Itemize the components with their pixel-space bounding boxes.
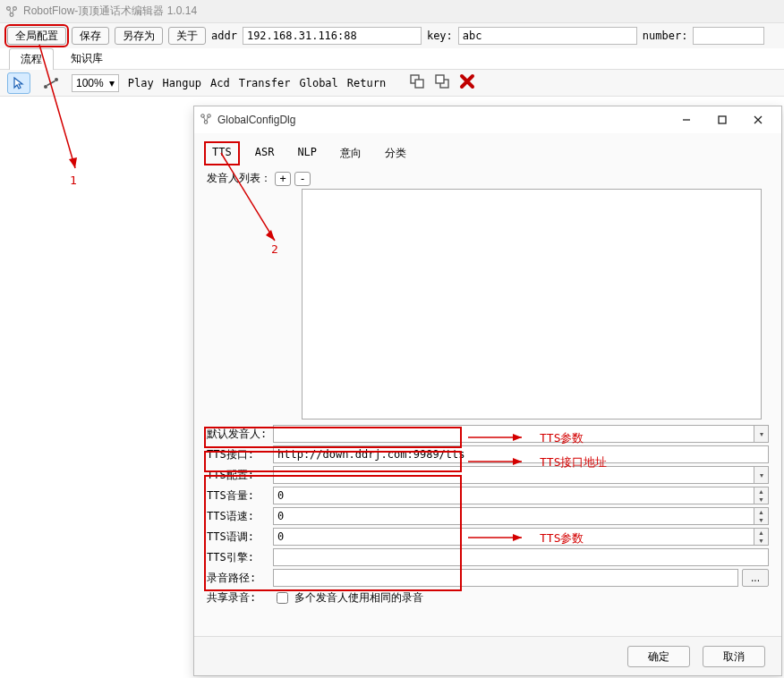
maximize-icon[interactable]: [704, 108, 740, 131]
chevron-down-icon: ▾: [109, 77, 115, 89]
input-tts-config[interactable]: [273, 466, 754, 484]
spinner-icon[interactable]: ▲▼: [754, 507, 769, 525]
browse-button[interactable]: ...: [742, 569, 769, 587]
voice-list-label: 发音人列表：: [207, 171, 271, 186]
tab-flow[interactable]: 流程: [9, 48, 54, 70]
row-default-voice: 默认发音人: ▾: [207, 425, 769, 443]
app-icon: [5, 5, 18, 18]
row-share-rec: 共享录音: 多个发音人使用相同的录音: [207, 589, 769, 606]
dlg-tab-tts[interactable]: TTS: [207, 144, 237, 163]
lbl-tts-speed: TTS语速:: [207, 509, 273, 524]
snap-front-icon[interactable]: [409, 73, 425, 92]
global-config-button[interactable]: 全局配置: [7, 27, 66, 45]
input-tts-volume[interactable]: [273, 487, 754, 504]
main-titlebar: RobotFlow-顶顶通话术编辑器 1.0.14: [0, 0, 784, 23]
key-input[interactable]: [458, 27, 637, 45]
input-tts-speed[interactable]: [273, 507, 754, 525]
input-tts-api[interactable]: [273, 445, 769, 463]
dialog-tabs: TTS ASR NLP 意向 分类: [207, 140, 769, 168]
pointer-tool-icon[interactable]: [7, 72, 30, 94]
input-default-voice[interactable]: [273, 425, 754, 443]
save-as-button[interactable]: 另存为: [115, 27, 163, 45]
voice-list-row: 发音人列表： + -: [207, 171, 769, 186]
spinner-icon[interactable]: ▲▼: [754, 487, 769, 504]
number-label: number:: [643, 30, 688, 42]
svg-point-4: [55, 78, 58, 81]
dropdown-icon[interactable]: ▾: [754, 466, 769, 484]
dialog-body: TTS ASR NLP 意向 分类 发音人列表： + - 默认发音人: ▾ TT…: [194, 133, 781, 636]
number-input[interactable]: [693, 27, 764, 45]
input-tts-pitch[interactable]: [273, 528, 754, 546]
dialog-icon: [200, 113, 212, 128]
row-rec-path: 录音路径: ...: [207, 569, 769, 587]
row-tts-config: TTS配置: ▾: [207, 466, 769, 484]
zoom-select[interactable]: 100% ▾: [72, 74, 119, 92]
main-toolbar: 全局配置 保存 另存为 关于 addr key: number:: [0, 23, 784, 48]
close-icon[interactable]: [740, 108, 776, 131]
snap-back-icon[interactable]: [434, 73, 450, 92]
svg-point-12: [204, 120, 208, 123]
cancel-button[interactable]: 取消: [703, 646, 765, 667]
svg-point-2: [10, 13, 13, 16]
checkbox-share-rec[interactable]: [277, 592, 288, 604]
remove-voice-button[interactable]: -: [294, 172, 311, 186]
svg-point-3: [44, 85, 47, 89]
dlg-tab-class[interactable]: 分类: [379, 144, 412, 163]
row-tts-api: TTS接口:: [207, 445, 769, 463]
dlg-tab-intent[interactable]: 意向: [335, 144, 367, 163]
tool-return[interactable]: Return: [347, 77, 386, 89]
main-tabs: 流程 知识库: [0, 48, 784, 70]
svg-rect-6: [415, 80, 423, 88]
annotation-2: 2: [271, 242, 278, 256]
dropdown-icon[interactable]: ▾: [754, 425, 769, 443]
save-button[interactable]: 保存: [72, 27, 109, 45]
zoom-value: 100%: [76, 77, 104, 89]
dialog-titlebar: GlobalConfigDlg: [194, 106, 781, 133]
lbl-rec-path: 录音路径:: [207, 571, 273, 586]
delete-icon[interactable]: [459, 73, 475, 92]
tool-acd[interactable]: Acd: [210, 77, 230, 89]
lbl-tts-api: TTS接口:: [207, 447, 273, 462]
tool-global[interactable]: Global: [299, 77, 337, 89]
row-tts-engine: TTS引擎:: [207, 548, 769, 566]
key-label: key:: [427, 30, 453, 42]
ok-button[interactable]: 确定: [627, 646, 690, 667]
tab-knowledgebase[interactable]: 知识库: [59, 47, 115, 69]
input-tts-engine[interactable]: [273, 548, 769, 566]
svg-rect-13: [719, 116, 726, 123]
tool-hangup[interactable]: Hangup: [163, 77, 201, 89]
svg-rect-8: [436, 75, 444, 83]
lbl-default-voice: 默认发音人:: [207, 427, 273, 442]
tool-transfer[interactable]: Transfer: [239, 77, 291, 89]
row-tts-speed: TTS语速: ▲▼: [207, 507, 769, 525]
addr-label: addr: [211, 30, 237, 42]
lbl-tts-volume: TTS音量:: [207, 488, 273, 504]
connector-tool-icon[interactable]: [39, 72, 63, 94]
tool-play[interactable]: Play: [128, 77, 154, 89]
lbl-share-rec: 共享录音:: [207, 590, 273, 606]
dialog-title: GlobalConfigDlg: [217, 114, 669, 126]
input-rec-path[interactable]: [273, 569, 738, 587]
svg-marker-17: [266, 230, 275, 241]
addr-input[interactable]: [243, 27, 422, 45]
main-window-title: RobotFlow-顶顶通话术编辑器 1.0.14: [23, 4, 197, 19]
dlg-tab-nlp[interactable]: NLP: [292, 144, 322, 163]
text-share-rec: 多个发音人使用相同的录音: [294, 590, 423, 606]
row-tts-volume: TTS音量: ▲▼: [207, 487, 769, 504]
global-config-dialog: GlobalConfigDlg TTS ASR NLP 意向 分类 发音人列表：…: [193, 106, 782, 676]
row-tts-pitch: TTS语调: ▲▼: [207, 528, 769, 546]
dlg-tab-asr[interactable]: ASR: [250, 144, 280, 163]
dialog-footer: 确定 取消: [194, 636, 781, 675]
spinner-icon[interactable]: ▲▼: [754, 528, 769, 546]
editor-toolbar: 100% ▾ Play Hangup Acd Transfer Global R…: [0, 70, 784, 97]
lbl-tts-config: TTS配置:: [207, 468, 273, 483]
lbl-tts-engine: TTS引擎:: [207, 550, 273, 565]
add-voice-button[interactable]: +: [275, 172, 291, 186]
lbl-tts-pitch: TTS语调:: [207, 530, 273, 545]
minimize-icon[interactable]: [669, 108, 704, 131]
voice-list-box[interactable]: [302, 189, 762, 420]
about-button[interactable]: 关于: [168, 27, 206, 45]
